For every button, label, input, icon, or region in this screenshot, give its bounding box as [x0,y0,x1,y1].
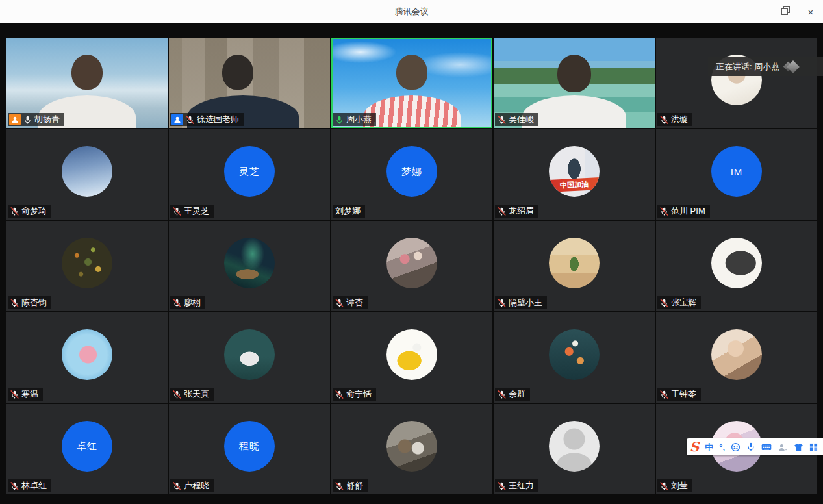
mic-icon [173,390,181,399]
participant-tile[interactable]: 陈杏钧 [6,221,168,311]
soft-keyboard-icon[interactable] [761,443,772,451]
avatar [549,238,600,288]
avatar [549,329,600,380]
mic-icon [660,482,668,490]
nameplate: 谭杏 [333,296,368,309]
participant-tile[interactable]: 程晓 卢程晓 [169,404,330,494]
avatar-initials: IM [731,166,743,177]
nameplate: 龙绍眉 [495,205,538,218]
avatar: 梦娜 [386,146,437,197]
participant-tile[interactable]: 吴佳峻 [494,38,655,128]
participant-name: 林卓红 [21,479,47,492]
window-controls: × [754,0,815,23]
voice-input-icon[interactable] [746,442,755,451]
close-button[interactable]: × [806,7,815,16]
participant-tile[interactable]: 张天真 [169,312,330,403]
avatar [549,421,600,472]
emoji-icon[interactable] [731,442,741,452]
participant-name: 张宝辉 [671,296,696,309]
mic-icon [173,299,181,307]
participant-tile[interactable]: IM 范川 PIM [656,129,817,220]
participant-tile[interactable]: 王红力 [494,404,655,494]
titlebar: 腾讯会议 × [0,0,823,23]
nameplate: 吴佳峻 [495,113,538,126]
participant-tile[interactable]: 廖栩 [169,221,330,311]
avatar [711,238,762,288]
participant-tile[interactable]: 灵芝 王灵芝 [169,129,330,220]
mic-icon [10,207,19,216]
mic-icon [498,482,506,490]
avatar [224,238,275,288]
mic-icon [660,390,668,399]
participant-tile[interactable]: 梦娜 刘梦娜 [331,129,492,220]
mic-icon [660,116,668,124]
nameplate: 王灵芝 [170,205,214,218]
participant-name: 徐选国老师 [197,113,239,126]
participant-tile[interactable]: 隔壁小王 [494,221,655,311]
participant-tile[interactable]: 胡扬青 [6,38,168,128]
participant-tile[interactable]: 谭杏 [331,221,492,311]
participant-tile[interactable]: 余群 [494,312,655,403]
participant-name: 范川 PIM [671,205,705,218]
participant-name: 俞梦琦 [21,205,47,218]
participant-name: 周小燕 [346,113,372,126]
toolbox-icon[interactable] [809,443,818,451]
account-icon[interactable] [778,443,788,451]
avatar [62,238,112,288]
speaking-banner: 正在讲话: 周小燕 [708,57,823,76]
nameplate: 廖栩 [170,296,205,309]
close-icon: × [808,7,814,17]
restore-button[interactable] [780,7,789,16]
participant-tile[interactable]: 卓红 林卓红 [6,404,168,494]
nameplate: 胡扬青 [8,113,64,126]
role-badge [9,114,21,125]
participant-name: 俞宁恬 [346,388,372,401]
minimize-icon [755,12,763,12]
participant-name: 余群 [509,388,525,401]
participant-name: 龙绍眉 [509,205,534,218]
nameplate: 舒舒 [333,479,368,492]
participant-name: 刘莹 [671,479,688,492]
participant-name: 谭杏 [346,296,363,309]
minimize-button[interactable] [754,7,763,16]
punctuation-icon[interactable]: °, [719,443,725,451]
participant-tile[interactable]: 俞梦琦 [6,129,168,220]
nameplate: 俞梦琦 [8,205,51,218]
nameplate: 范川 PIM [657,205,710,218]
participant-name: 张天真 [184,388,209,401]
avatar-initials: 程晓 [239,440,260,453]
skin-icon[interactable] [794,443,804,451]
chinese-mode-icon[interactable]: 中 [705,443,713,451]
participant-tile[interactable]: 舒舒 [331,404,492,494]
mic-icon [335,390,344,399]
participant-tile[interactable]: 寒温 [6,312,168,403]
participant-tile[interactable]: 洪璇 [656,38,817,128]
mic-icon [186,116,194,124]
mic-icon [173,482,181,490]
participant-name: 舒舒 [346,479,363,492]
nameplate: 寒温 [8,388,43,401]
nameplate: 林卓红 [8,479,51,492]
mic-icon [10,299,19,307]
participant-name: 寒温 [21,388,38,401]
avatar: 卓红 [62,421,112,472]
mic-icon [173,207,181,216]
participant-tile[interactable]: 徐选国老师 [169,38,330,128]
participant-name: 王灵芝 [184,205,209,218]
participant-name: 卢程晓 [184,479,209,492]
voice-wave-icon [785,62,798,71]
participant-tile[interactable]: 张宝辉 [656,221,817,311]
participant-tile[interactable]: 周小燕 [331,38,492,128]
nameplate: 徐选国老师 [170,113,244,126]
participant-tile[interactable]: 俞宁恬 [331,312,492,403]
sogou-logo[interactable]: S [690,440,699,453]
participant-tile[interactable]: 中国加油 龙绍眉 [494,129,655,220]
avatar [386,421,437,472]
participant-tile[interactable]: 王钟苓 [656,312,817,403]
mic-icon [10,482,19,490]
participant-name: 隔壁小王 [509,296,542,309]
participant-name: 陈杏钧 [21,296,47,309]
mic-icon [498,207,506,216]
mic-icon [335,116,344,124]
avatar [711,329,762,380]
